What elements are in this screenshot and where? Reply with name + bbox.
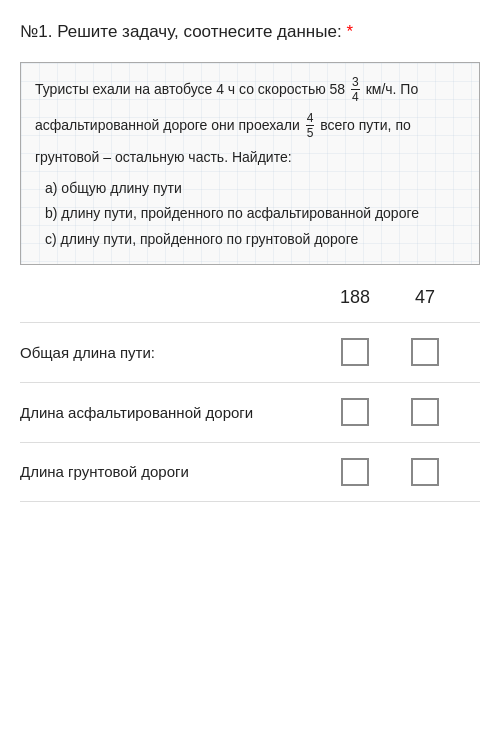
checkbox-cell-total-0 xyxy=(320,338,390,366)
required-indicator: * xyxy=(346,22,353,41)
problem-line3: грунтовой – остальную часть. Найдите: xyxy=(35,146,465,170)
checkbox-cell-gravel-1 xyxy=(390,458,460,486)
question-number: №1. xyxy=(20,22,52,41)
checkbox-gravel-188[interactable] xyxy=(341,458,369,486)
row-checkboxes-total xyxy=(320,338,480,366)
checkbox-total-47[interactable] xyxy=(411,338,439,366)
question-text: Решите задачу, соотнесите данные: xyxy=(57,22,341,41)
problem-box: Туристы ехали на автобусе 4 ч со скорост… xyxy=(20,62,480,265)
checkbox-cell-asphalt-1 xyxy=(390,398,460,426)
row-label-total: Общая длина пути: xyxy=(20,342,320,363)
problem-line1: Туристы ехали на автобусе 4 ч со скорост… xyxy=(35,75,465,105)
row-checkboxes-gravel xyxy=(320,458,480,486)
row-label-gravel: Длина грунтовой дороги xyxy=(20,461,320,482)
checkbox-asphalt-47[interactable] xyxy=(411,398,439,426)
row-checkboxes-asphalt xyxy=(320,398,480,426)
speed-fraction: 3 4 xyxy=(351,75,360,105)
problem-text: Туристы ехали на автобусе 4 ч со скорост… xyxy=(35,75,465,252)
checkbox-total-188[interactable] xyxy=(341,338,369,366)
match-row-total: Общая длина пути: xyxy=(20,322,480,382)
match-row-asphalt: Длина асфальтированной дороги xyxy=(20,382,480,442)
col-header-1: 47 xyxy=(390,287,460,308)
problem-items: a) общую длину пути b) длину пути, пройд… xyxy=(45,176,465,252)
checkbox-gravel-47[interactable] xyxy=(411,458,439,486)
matching-area: 188 47 Общая длина пути: Длина асфальтир… xyxy=(20,287,480,502)
match-row-gravel: Длина грунтовой дороги xyxy=(20,442,480,502)
row-label-asphalt: Длина асфальтированной дороги xyxy=(20,402,320,423)
checkbox-asphalt-188[interactable] xyxy=(341,398,369,426)
col-header-0: 188 xyxy=(320,287,390,308)
road-fraction: 4 5 xyxy=(306,111,315,141)
column-headers: 188 47 xyxy=(20,287,480,308)
checkbox-cell-total-1 xyxy=(390,338,460,366)
checkbox-cell-asphalt-0 xyxy=(320,398,390,426)
checkbox-cell-gravel-0 xyxy=(320,458,390,486)
question-title: №1. Решите задачу, соотнесите данные: * xyxy=(20,20,480,44)
problem-item-a: a) общую длину пути xyxy=(45,176,465,201)
problem-item-b: b) длину пути, пройденного по асфальтиро… xyxy=(45,201,465,226)
problem-line2: асфальтированной дороге они проехали 4 5… xyxy=(35,111,465,141)
problem-item-c: c) длину пути, пройденного по грунтовой … xyxy=(45,227,465,252)
